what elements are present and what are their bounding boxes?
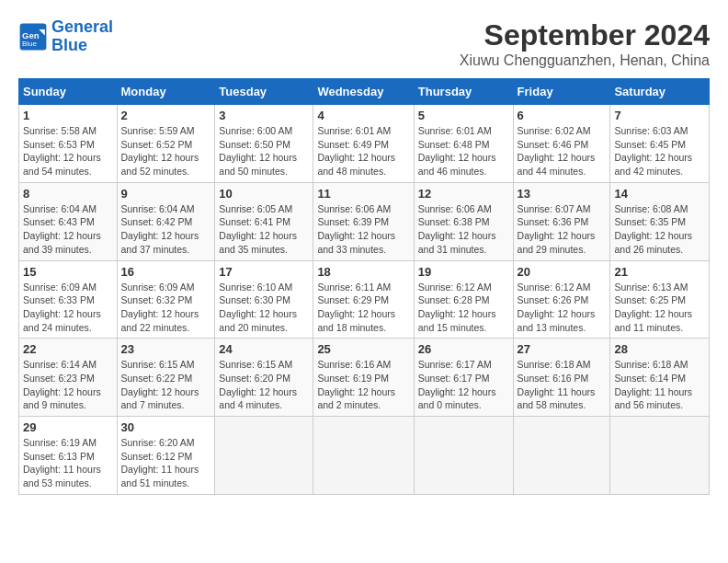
day-detail: Sunrise: 6:14 AM Sunset: 6:23 PM Dayligh… xyxy=(23,358,113,412)
calendar-cell: 3 Sunrise: 6:00 AM Sunset: 6:50 PM Dayli… xyxy=(215,105,313,183)
day-number: 30 xyxy=(121,420,211,434)
day-detail: Sunrise: 6:08 AM Sunset: 6:35 PM Dayligh… xyxy=(614,202,705,257)
day-detail: Sunrise: 5:59 AM Sunset: 6:52 PM Dayligh… xyxy=(121,124,211,178)
day-number: 1 xyxy=(23,109,113,122)
day-number: 9 xyxy=(121,187,211,201)
day-detail: Sunrise: 6:07 AM Sunset: 6:36 PM Dayligh… xyxy=(518,202,607,257)
page-header: Gen Blue GeneralBlue September 2024 Xiuw… xyxy=(18,18,710,69)
calendar-weekday-header: Saturday xyxy=(610,79,710,105)
day-number: 16 xyxy=(121,265,211,279)
calendar-cell: 11 Sunrise: 6:06 AM Sunset: 6:39 PM Dayl… xyxy=(313,182,414,260)
calendar-cell: 22 Sunrise: 6:14 AM Sunset: 6:23 PM Dayl… xyxy=(19,339,118,417)
day-number: 25 xyxy=(317,342,409,356)
day-number: 22 xyxy=(23,342,113,356)
logo: Gen Blue GeneralBlue xyxy=(18,18,113,55)
calendar-week-row: 15 Sunrise: 6:09 AM Sunset: 6:33 PM Dayl… xyxy=(19,260,710,339)
day-detail: Sunrise: 6:06 AM Sunset: 6:39 PM Dayligh… xyxy=(317,202,409,257)
title-block: September 2024 Xiuwu Chengguanzhen, Hena… xyxy=(460,18,710,69)
day-number: 3 xyxy=(219,109,309,122)
day-detail: Sunrise: 6:17 AM Sunset: 6:17 PM Dayligh… xyxy=(418,358,509,412)
calendar-cell: 16 Sunrise: 6:09 AM Sunset: 6:32 PM Dayl… xyxy=(117,260,215,339)
day-detail: Sunrise: 6:13 AM Sunset: 6:25 PM Dayligh… xyxy=(614,281,705,335)
calendar-cell: 20 Sunrise: 6:12 AM Sunset: 6:26 PM Dayl… xyxy=(513,260,610,339)
day-detail: Sunrise: 6:05 AM Sunset: 6:41 PM Dayligh… xyxy=(219,202,309,257)
calendar-body: 1 Sunrise: 5:58 AM Sunset: 6:53 PM Dayli… xyxy=(19,105,710,495)
calendar-cell: 12 Sunrise: 6:06 AM Sunset: 6:38 PM Dayl… xyxy=(414,182,513,260)
calendar-cell xyxy=(610,417,710,495)
calendar-cell: 1 Sunrise: 5:58 AM Sunset: 6:53 PM Dayli… xyxy=(19,105,118,183)
calendar-cell: 29 Sunrise: 6:19 AM Sunset: 6:13 PM Dayl… xyxy=(19,417,118,495)
day-number: 10 xyxy=(219,187,309,201)
calendar-weekday-header: Friday xyxy=(513,79,610,105)
day-detail: Sunrise: 6:06 AM Sunset: 6:38 PM Dayligh… xyxy=(418,202,509,257)
calendar-week-row: 8 Sunrise: 6:04 AM Sunset: 6:43 PM Dayli… xyxy=(19,182,710,260)
calendar-cell: 30 Sunrise: 6:20 AM Sunset: 6:12 PM Dayl… xyxy=(117,417,215,495)
day-detail: Sunrise: 6:10 AM Sunset: 6:30 PM Dayligh… xyxy=(219,281,309,335)
day-detail: Sunrise: 6:19 AM Sunset: 6:13 PM Dayligh… xyxy=(23,436,113,490)
svg-text:Blue: Blue xyxy=(22,40,38,48)
day-detail: Sunrise: 6:02 AM Sunset: 6:46 PM Dayligh… xyxy=(518,124,607,178)
calendar-cell: 7 Sunrise: 6:03 AM Sunset: 6:45 PM Dayli… xyxy=(610,105,710,183)
day-number: 11 xyxy=(317,187,409,201)
calendar-cell xyxy=(215,417,313,495)
day-number: 26 xyxy=(418,342,509,356)
calendar-cell: 23 Sunrise: 6:15 AM Sunset: 6:22 PM Dayl… xyxy=(117,339,215,417)
day-number: 19 xyxy=(418,265,509,279)
calendar-weekday-header: Wednesday xyxy=(313,79,414,105)
day-detail: Sunrise: 6:18 AM Sunset: 6:16 PM Dayligh… xyxy=(518,358,607,412)
day-number: 8 xyxy=(23,187,113,201)
day-number: 15 xyxy=(23,265,113,279)
calendar-weekday-header: Sunday xyxy=(19,79,118,105)
day-number: 23 xyxy=(121,342,211,356)
day-number: 13 xyxy=(518,187,607,201)
calendar-cell: 24 Sunrise: 6:15 AM Sunset: 6:20 PM Dayl… xyxy=(215,339,313,417)
calendar-cell: 8 Sunrise: 6:04 AM Sunset: 6:43 PM Dayli… xyxy=(19,182,118,260)
day-detail: Sunrise: 6:11 AM Sunset: 6:29 PM Dayligh… xyxy=(317,281,409,335)
day-detail: Sunrise: 6:04 AM Sunset: 6:43 PM Dayligh… xyxy=(23,202,113,257)
calendar-cell: 28 Sunrise: 6:18 AM Sunset: 6:14 PM Dayl… xyxy=(610,339,710,417)
calendar-cell: 26 Sunrise: 6:17 AM Sunset: 6:17 PM Dayl… xyxy=(414,339,513,417)
calendar-table: SundayMondayTuesdayWednesdayThursdayFrid… xyxy=(18,78,710,495)
calendar-weekday-header: Tuesday xyxy=(215,79,313,105)
calendar-cell: 6 Sunrise: 6:02 AM Sunset: 6:46 PM Dayli… xyxy=(513,105,610,183)
day-number: 14 xyxy=(614,187,705,201)
day-number: 5 xyxy=(418,109,509,122)
day-number: 29 xyxy=(23,420,113,434)
day-number: 21 xyxy=(614,265,705,279)
calendar-weekday-header: Thursday xyxy=(414,79,513,105)
page-title: September 2024 xyxy=(460,18,710,52)
calendar-cell: 13 Sunrise: 6:07 AM Sunset: 6:36 PM Dayl… xyxy=(513,182,610,260)
calendar-cell: 21 Sunrise: 6:13 AM Sunset: 6:25 PM Dayl… xyxy=(610,260,710,339)
day-detail: Sunrise: 6:16 AM Sunset: 6:19 PM Dayligh… xyxy=(317,358,409,412)
calendar-cell: 2 Sunrise: 5:59 AM Sunset: 6:52 PM Dayli… xyxy=(117,105,215,183)
day-number: 24 xyxy=(219,342,309,356)
calendar-cell xyxy=(313,417,414,495)
calendar-cell: 15 Sunrise: 6:09 AM Sunset: 6:33 PM Dayl… xyxy=(19,260,118,339)
day-detail: Sunrise: 6:15 AM Sunset: 6:20 PM Dayligh… xyxy=(219,358,309,412)
day-number: 4 xyxy=(317,109,409,122)
day-number: 2 xyxy=(121,109,211,122)
calendar-week-row: 22 Sunrise: 6:14 AM Sunset: 6:23 PM Dayl… xyxy=(19,339,710,417)
calendar-cell: 10 Sunrise: 6:05 AM Sunset: 6:41 PM Dayl… xyxy=(215,182,313,260)
day-detail: Sunrise: 6:12 AM Sunset: 6:28 PM Dayligh… xyxy=(418,281,509,335)
calendar-weekday-header: Monday xyxy=(117,79,215,105)
day-number: 20 xyxy=(518,265,607,279)
calendar-cell: 9 Sunrise: 6:04 AM Sunset: 6:42 PM Dayli… xyxy=(117,182,215,260)
calendar-header-row: SundayMondayTuesdayWednesdayThursdayFrid… xyxy=(19,79,710,105)
day-detail: Sunrise: 6:12 AM Sunset: 6:26 PM Dayligh… xyxy=(518,281,607,335)
calendar-cell: 17 Sunrise: 6:10 AM Sunset: 6:30 PM Dayl… xyxy=(215,260,313,339)
day-detail: Sunrise: 6:04 AM Sunset: 6:42 PM Dayligh… xyxy=(121,202,211,257)
day-number: 28 xyxy=(614,342,705,356)
day-detail: Sunrise: 6:01 AM Sunset: 6:48 PM Dayligh… xyxy=(418,124,509,178)
calendar-cell: 27 Sunrise: 6:18 AM Sunset: 6:16 PM Dayl… xyxy=(513,339,610,417)
day-number: 12 xyxy=(418,187,509,201)
day-number: 7 xyxy=(614,109,705,122)
logo-text: GeneralBlue xyxy=(51,18,113,55)
day-detail: Sunrise: 6:15 AM Sunset: 6:22 PM Dayligh… xyxy=(121,358,211,412)
calendar-cell: 18 Sunrise: 6:11 AM Sunset: 6:29 PM Dayl… xyxy=(313,260,414,339)
calendar-cell: 25 Sunrise: 6:16 AM Sunset: 6:19 PM Dayl… xyxy=(313,339,414,417)
svg-text:Gen: Gen xyxy=(22,29,40,40)
page-subtitle: Xiuwu Chengguanzhen, Henan, China xyxy=(460,52,710,69)
calendar-cell: 14 Sunrise: 6:08 AM Sunset: 6:35 PM Dayl… xyxy=(610,182,710,260)
day-detail: Sunrise: 6:03 AM Sunset: 6:45 PM Dayligh… xyxy=(614,124,705,178)
